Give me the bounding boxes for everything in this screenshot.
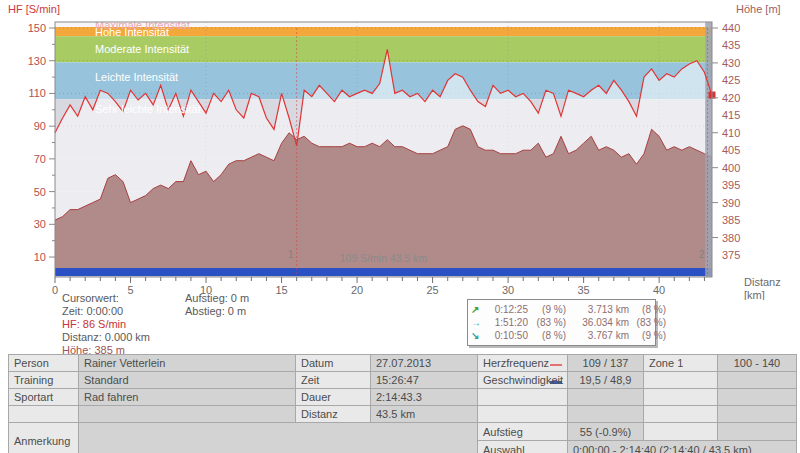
right-axis-tick-label: 435 [722, 39, 740, 51]
person-value[interactable]: Rainer Vetterlein [79, 355, 296, 372]
left-axis-tick-label: 130 [28, 55, 46, 67]
descent-time: 0:10:50 [486, 329, 528, 342]
zone-band-label: Moderate Intensität [95, 43, 189, 55]
zone-range: 100 - 140 [718, 355, 797, 372]
heartrate-avg-max: 109 / 137 [568, 355, 644, 372]
level-distance-pct: (83 %) [629, 316, 666, 329]
x-axis-tick-label: 35 [577, 284, 589, 296]
note-label: Anmerkung [9, 423, 79, 453]
training-details-table: Person Rainer Vetterlein Datum 27.07.201… [8, 354, 797, 453]
heartrate-label: Herzfrequenz [478, 355, 568, 372]
x-axis-title: Distanz [744, 276, 781, 288]
right-axis-tick-label: 420 [722, 92, 740, 104]
training-analysis-window: 12109 S/min 43.5 kmMaximale IntensitätHo… [0, 0, 800, 453]
time-label: Zeit [296, 372, 371, 389]
cursor-title: Cursorwert: [62, 292, 150, 305]
right-axis-title: Höhe [m] [736, 3, 781, 15]
outside-selection-overlay [705, 22, 712, 277]
zone-band-label: Leichte Intensität [95, 71, 178, 83]
selection-summary-table: ↗ 0:12:25 (9 %) 3.713 km (8 %) → 1:51:20… [467, 299, 656, 346]
right-axis-tick-label: 395 [722, 179, 740, 191]
table-row: Sportart Rad fahren Dauer 2:14:43.3 [9, 389, 797, 406]
left-axis-title: HF [S/min] [8, 3, 60, 15]
zone-band-label: Sehr leichte Intensität [95, 103, 201, 115]
climb-info: Aufstieg: 0 m Abstieg: 0 m [185, 292, 249, 318]
selection-row-descent: ↘ 0:10:50 (8 %) 3.767 km (9 %) [471, 329, 652, 342]
ascent-arrow-icon: ↗ [471, 303, 486, 316]
right-axis-tick-label: 410 [722, 127, 740, 139]
table-row: Distanz 43.5 km [9, 406, 797, 423]
cursor-time: Zeit: 0:00:00 [62, 305, 150, 318]
descent-distance-pct: (9 %) [629, 329, 666, 342]
speed-avg-max: 19,5 / 48,9 [568, 372, 644, 389]
cursor-distance: Distanz: 0.000 km [62, 331, 150, 344]
distance-label: Distanz [296, 406, 371, 423]
right-axis-tick-label: 380 [722, 232, 740, 244]
zone-label: Zone 1 [644, 355, 718, 372]
ascent-time-pct: (9 %) [528, 303, 566, 316]
right-axis-tick-label: 385 [722, 214, 740, 226]
left-axis-tick-label: 110 [28, 87, 46, 99]
cursor-heartrate: HF: 86 S/min [62, 318, 150, 331]
lap-bar [55, 268, 712, 276]
level-distance: 36.034 km [566, 316, 629, 329]
selection-range-value: 0:00:00 - 2:14:40 (2:14:40 / 43.5 km) [568, 441, 797, 453]
selection-label: Auswahl [478, 441, 568, 453]
training-chart[interactable]: 12109 S/min 43.5 kmMaximale IntensitätHo… [0, 0, 800, 300]
selection-row-level: → 1:51:20 (83 %) 36.034 km (83 %) [471, 316, 652, 329]
left-axis-tick-label: 90 [34, 120, 46, 132]
training-label: Training [9, 372, 79, 389]
total-ascent-value: 55 (-0.9%) [568, 423, 644, 441]
time-value[interactable]: 15:26:47 [371, 372, 478, 389]
left-axis-tick-label: 70 [34, 153, 46, 165]
level-time: 1:51:20 [486, 316, 528, 329]
date-label: Datum [296, 355, 371, 372]
level-time-pct: (83 %) [528, 316, 566, 329]
right-axis-tick-label: 400 [722, 162, 740, 174]
x-axis-tick-label: 25 [426, 284, 438, 296]
left-axis-tick-label: 50 [34, 186, 46, 198]
descent-distance: 3.767 km [566, 329, 629, 342]
ascent-value: Aufstieg: 0 m [185, 292, 249, 305]
x-axis-tick-label: 0 [52, 284, 58, 296]
sport-value[interactable]: Rad fahren [79, 389, 296, 406]
x-axis-tick-label: 20 [351, 284, 363, 296]
right-axis-tick-label: 440 [722, 22, 740, 34]
x-axis-tick-label: 15 [275, 284, 287, 296]
lap-marker-label: 2 [699, 249, 705, 260]
lap-marker-label: 1 [288, 249, 294, 260]
right-axis-tick-label: 390 [722, 197, 740, 209]
x-axis-tick-label: 40 [653, 284, 665, 296]
table-row: Person Rainer Vetterlein Datum 27.07.201… [9, 355, 797, 372]
descent-arrow-icon: ↘ [471, 329, 486, 342]
total-ascent-label: Aufstieg [478, 423, 568, 441]
training-value[interactable]: Standard [79, 372, 296, 389]
duration-label: Dauer [296, 389, 371, 406]
right-axis-tick-label: 415 [722, 109, 740, 121]
distance-value: 43.5 km [371, 406, 478, 423]
note-value[interactable] [79, 423, 478, 453]
zone-band-label: Hohe Intensität [95, 26, 169, 38]
left-axis-tick-label: 30 [34, 218, 46, 230]
duration-value: 2:14:43.3 [371, 389, 478, 406]
right-axis-tick-label: 425 [722, 74, 740, 86]
person-label: Person [9, 355, 79, 372]
average-annotation: 109 S/min 43.5 km [340, 252, 428, 264]
cursor-info: Cursorwert: Zeit: 0:00:00 HF: 86 S/min D… [62, 292, 150, 357]
ascent-distance-pct: (8 %) [629, 303, 666, 316]
heartrate-line-legend-icon [550, 364, 562, 366]
descent-value: Abstieg: 0 m [185, 305, 249, 318]
x-axis-tick-label: 30 [502, 284, 514, 296]
right-axis-tick-label: 375 [722, 249, 740, 261]
level-arrow-icon: → [471, 316, 486, 329]
ascent-distance: 3.713 km [566, 303, 629, 316]
table-row: Training Standard Zeit 15:26:47 Geschwin… [9, 372, 797, 389]
left-axis-tick-label: 150 [28, 22, 46, 34]
sport-label: Sportart [9, 389, 79, 406]
x-axis-title: [km] [744, 289, 765, 300]
date-value[interactable]: 27.07.2013 [371, 355, 478, 372]
descent-time-pct: (8 %) [528, 329, 566, 342]
ascent-time: 0:12:25 [486, 303, 528, 316]
left-axis-tick-label: 10 [34, 251, 46, 263]
right-axis-tick-label: 430 [722, 57, 740, 69]
